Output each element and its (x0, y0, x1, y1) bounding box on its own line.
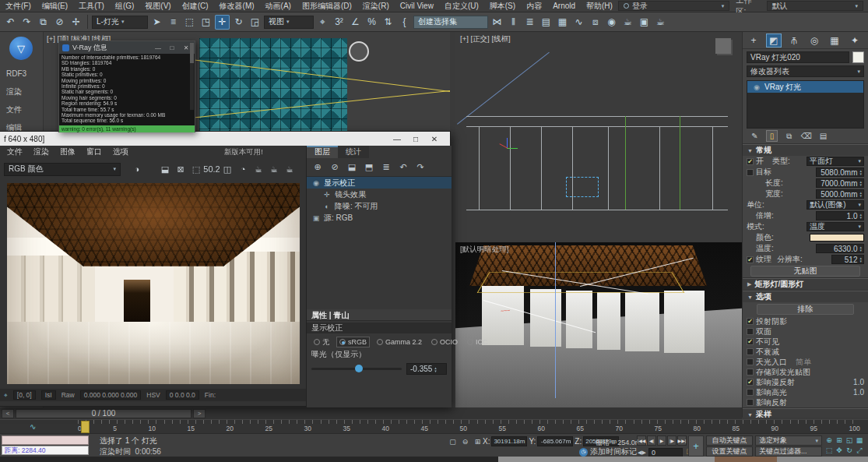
option-checkbox[interactable]: ✔ (747, 318, 754, 325)
save-image-icon[interactable]: ⬓ (158, 162, 172, 176)
curve-editor-icon[interactable]: ∿ (571, 15, 586, 30)
resolution-field[interactable]: 512 ▴▾ (831, 255, 864, 264)
option-row[interactable]: 存储到发光贴图 (743, 367, 868, 377)
render-setup-icon[interactable]: ☕ (620, 15, 635, 30)
vfb-menu-options[interactable]: 选项 (108, 146, 133, 157)
menu-civil-view[interactable]: Civil View (395, 2, 439, 10)
menu-edit[interactable]: 编辑(E) (37, 1, 73, 12)
on-checkbox[interactable]: ✔ (747, 158, 754, 165)
close-button[interactable]: ✕ (425, 135, 444, 143)
option-row[interactable]: 影响高光 1.0 (743, 387, 868, 397)
auto-key-button[interactable]: 自动关键点 (706, 436, 753, 446)
play-icon[interactable]: ▶ (657, 436, 666, 446)
display-tab-icon[interactable]: ▦ (827, 34, 842, 48)
option-row[interactable]: 双面 (743, 326, 868, 337)
viewport-ortho-label[interactable]: [+] [正交] [线框] (460, 34, 511, 44)
layer-source-rgb[interactable]: ▣ 源: RGB (307, 212, 452, 224)
option-row[interactable]: 不衰减 (743, 347, 868, 357)
rendered-frame-icon[interactable]: ▣ (637, 15, 652, 30)
option-row[interactable]: 影响反射 (743, 397, 868, 407)
channel-select[interactable]: RGB 颜色 ▾ (4, 163, 121, 176)
multiplier-field[interactable]: 1.0 ▴▾ (816, 211, 864, 220)
render-production-icon[interactable]: ☕ (653, 15, 668, 30)
reference-coordinate-select[interactable]: 视图 ▾ (264, 16, 314, 29)
light-color-swatch[interactable] (810, 234, 864, 242)
spinner[interactable]: ▴▾ (859, 191, 862, 197)
menu-create[interactable]: 创建(C) (177, 1, 214, 12)
link-icon[interactable]: ⧉ (36, 15, 51, 30)
radio-gamma22[interactable]: Gamma 2.2 (374, 337, 424, 347)
layer-list-icon[interactable]: ≣ (380, 161, 392, 174)
tab-layers[interactable]: 图层 (307, 146, 338, 158)
absolute-mode-icon[interactable]: ⊞ (473, 436, 483, 446)
slider-handle[interactable] (355, 365, 363, 372)
vray-message-titlebar[interactable]: V-Ray 信息 — □ ✕ (59, 41, 195, 54)
go-to-end-icon[interactable]: ▶▶| (677, 436, 687, 446)
viewcube[interactable] (715, 38, 731, 54)
go-to-start-icon[interactable]: |◀◀ (637, 436, 646, 446)
radio-none[interactable]: 无 (311, 337, 332, 348)
layer-manager-icon[interactable]: ≣ (522, 15, 537, 30)
camera-viewport-label[interactable]: [默认明暗处理] (460, 245, 508, 255)
color-corrections-icon[interactable]: ◑ (130, 162, 144, 176)
viewport-camera[interactable]: ~~~ [默认明暗处理] (455, 242, 742, 407)
light-type-select[interactable]: 平面灯 ▾ (807, 157, 864, 166)
stack-item-vray-light[interactable]: ◉ VRay 灯光 (747, 81, 863, 93)
option-checkbox[interactable] (747, 389, 754, 396)
vfb-menu-render[interactable]: 渲染 (29, 146, 54, 157)
vray-toolbar-item[interactable]: 渲染 (0, 83, 44, 101)
vfb-menu-image[interactable]: 图像 (55, 146, 80, 157)
zoom-region-icon[interactable]: ⬚ (824, 446, 834, 455)
modifier-list-select[interactable]: 修改器列表 ▾ (747, 65, 864, 77)
redo-icon[interactable]: ↷ (414, 161, 427, 174)
utilities-tab-icon[interactable]: ✦ (847, 34, 863, 48)
vray-message-window[interactable]: V-Ray 信息 — □ ✕ Number of intersectable p… (58, 41, 195, 132)
macro-recorder-field[interactable] (2, 436, 89, 445)
previous-frame-icon[interactable]: ◀| (647, 436, 656, 446)
load-preset-icon[interactable]: ⬒ (363, 161, 375, 174)
menu-scripting[interactable]: 脚本(S) (484, 1, 521, 12)
length-field[interactable]: 7000.0mm ▴▾ (816, 178, 864, 188)
redo-icon[interactable]: ↷ (19, 15, 34, 30)
zoom-all-icon[interactable]: ⊞ (835, 436, 844, 445)
set-key-button[interactable]: 设置关键点 (706, 446, 753, 457)
interactive-render-icon[interactable]: ☕ (267, 162, 281, 176)
mirror-icon[interactable]: ⋈ (490, 15, 504, 30)
show-end-result-icon[interactable]: ▯ (766, 130, 778, 142)
pan-icon[interactable]: ✥ (835, 446, 844, 455)
update-notice[interactable]: 新版本可用! (224, 146, 263, 158)
vray-toolbar-item[interactable]: RDF3 (0, 65, 44, 83)
previous-frame-button[interactable]: < (2, 409, 14, 418)
width-field[interactable]: 5000.0mm ▴▾ (816, 189, 864, 199)
material-editor-icon[interactable]: ◉ (604, 15, 619, 30)
schematic-view-icon[interactable]: ⧈ (588, 15, 603, 30)
temperature-field[interactable]: 6330.0 ▴▾ (816, 244, 864, 253)
spinner[interactable]: ▴▾ (434, 366, 437, 372)
menu-group[interactable]: 组(G) (110, 1, 139, 12)
radio-srgb[interactable]: sRGB (336, 337, 370, 347)
rollout-general-header[interactable]: ▼ 常规 (743, 145, 868, 156)
vray-logo-icon[interactable]: ▽ (9, 37, 33, 60)
exposure-value-field[interactable]: -0.355 ▴▾ (406, 363, 447, 375)
viewport-orthographic[interactable]: [+] [正交] [线框] (455, 32, 742, 242)
option-row[interactable]: 天光入口 简单 (743, 357, 868, 367)
scene-explorer-icon[interactable]: ▤ (539, 15, 553, 30)
y-coordinate-field[interactable]: -685.067m (537, 436, 573, 446)
minimize-button[interactable]: — (388, 135, 406, 143)
target-checkbox[interactable] (747, 169, 754, 176)
stereo-icon[interactable]: ◔ (236, 162, 250, 176)
maximize-viewport-icon[interactable]: ⤢ (855, 446, 864, 455)
scrollbar[interactable] (190, 43, 194, 110)
option-checkbox[interactable] (747, 348, 754, 355)
minimize-button[interactable]: — (153, 44, 163, 51)
key-scope-select[interactable]: 选定对象 ▾ (755, 436, 822, 446)
workspace-select[interactable]: 默认 ▾ (767, 1, 863, 11)
selection-lock-icon[interactable]: ⊖ (460, 436, 470, 446)
option-checkbox[interactable] (747, 328, 754, 335)
configure-modifier-sets-icon[interactable]: ▤ (817, 130, 829, 142)
select-by-name-icon[interactable]: ≡ (166, 15, 181, 30)
spinner[interactable]: ▴▾ (859, 180, 862, 186)
menu-arnold[interactable]: Arnold (547, 2, 581, 10)
undo-icon[interactable]: ↶ (397, 161, 409, 174)
menu-tools[interactable]: 工具(T) (73, 1, 110, 12)
